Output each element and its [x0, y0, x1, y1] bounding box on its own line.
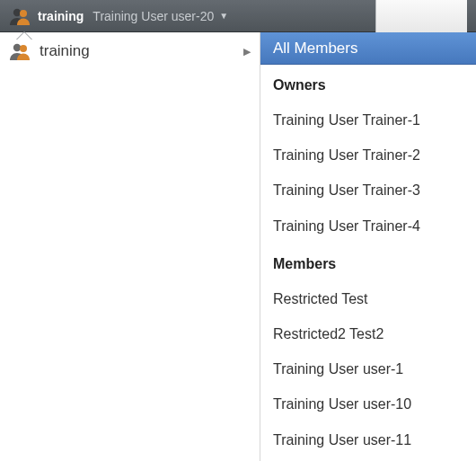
- section-header: Owners: [260, 65, 476, 102]
- svg-point-3: [20, 45, 27, 52]
- members-column: All Members OwnersTraining User Trainer-…: [260, 32, 476, 461]
- group-icon: [9, 42, 32, 60]
- member-item[interactable]: Restricted Test: [260, 281, 476, 316]
- chevron-right-icon: ▶: [243, 46, 251, 58]
- group-column: training▶: [0, 32, 260, 461]
- member-item[interactable]: Training User user-10: [260, 386, 476, 421]
- member-item[interactable]: Training User Trainer-2: [260, 137, 476, 173]
- sidebar-item-training[interactable]: training▶: [0, 32, 260, 70]
- header-tab-blank[interactable]: [375, 0, 467, 32]
- member-item[interactable]: Training User user-11: [260, 422, 476, 457]
- member-item[interactable]: Training User user-12: [260, 457, 476, 461]
- group-icon: [9, 7, 32, 25]
- top-bar: training Training User user-20 ▼: [0, 0, 476, 32]
- member-item[interactable]: Training User Trainer-4: [260, 208, 476, 244]
- member-item[interactable]: Training User Trainer-1: [260, 102, 476, 137]
- all-members-header[interactable]: All Members: [260, 32, 476, 65]
- member-item[interactable]: Training User Trainer-3: [260, 173, 476, 208]
- member-item[interactable]: Training User user-1: [260, 351, 476, 386]
- svg-point-1: [20, 10, 27, 17]
- user-menu-caret-icon[interactable]: ▼: [219, 11, 228, 21]
- group-name[interactable]: training: [38, 9, 84, 23]
- member-item[interactable]: Restricted2 Test2: [260, 316, 476, 351]
- sidebar-item-label: training: [40, 42, 90, 60]
- current-user-label: Training User user-20: [93, 9, 214, 23]
- breadcrumb-pointer-icon: [16, 32, 32, 40]
- columns-container: training▶ All Members OwnersTraining Use…: [0, 32, 476, 461]
- section-header: Members: [260, 244, 476, 281]
